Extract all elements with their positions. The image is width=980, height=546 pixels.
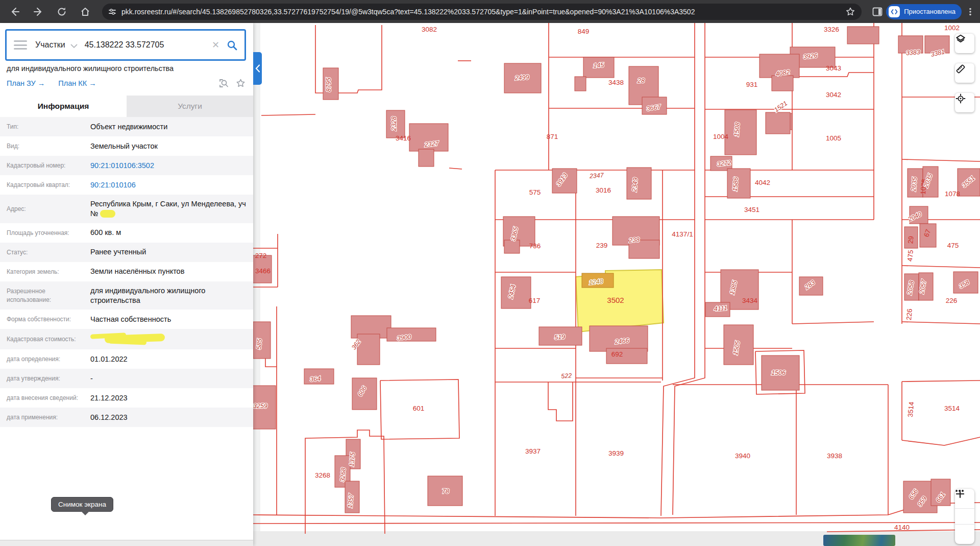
info-label: Вид:	[7, 142, 90, 150]
parcel-label[interactable]: 3937	[525, 447, 541, 455]
parcel-label[interactable]: 3514	[906, 401, 916, 418]
search-category-select[interactable]: Участки	[35, 40, 65, 50]
parcel-label[interactable]: 226	[905, 308, 914, 321]
info-row: Кадастровая стоимость:	[0, 329, 253, 349]
parcel-label[interactable]: 3938	[827, 452, 842, 460]
measure-ruler-button[interactable]	[955, 63, 974, 83]
info-label: дата определения:	[7, 355, 90, 363]
parcel-label[interactable]: 3042	[826, 91, 841, 99]
parcel-label[interactable]: 692	[611, 350, 623, 358]
parcel-label[interactable]: 601	[413, 405, 425, 412]
building-footprint	[772, 76, 793, 91]
parcel-label[interactable]: 226	[946, 297, 958, 304]
parcel-label[interactable]: 931	[746, 81, 758, 88]
clear-search-icon[interactable]: ✕	[212, 39, 219, 51]
parcel-label[interactable]: 575	[529, 188, 541, 196]
screenshot-root: { "browser": { "url": "pkk.rosreestr.ru/…	[0, 0, 980, 546]
parcel-label[interactable]: 3043	[826, 64, 841, 72]
parcel-boundary	[253, 503, 980, 518]
parcel-label[interactable]: 871	[547, 133, 558, 140]
parcel-label[interactable]: 1005	[826, 134, 841, 142]
reload-icon[interactable]	[53, 3, 70, 20]
info-row: Тип:Объект недвижимости	[0, 117, 253, 136]
info-value: Объект недвижимости	[90, 122, 246, 132]
parcel-label[interactable]: 3451	[744, 206, 760, 213]
side-panel-icon[interactable]	[872, 6, 883, 17]
my-location-button[interactable]	[955, 93, 974, 112]
parcel-label[interactable]: 736	[529, 242, 541, 250]
url-bar[interactable]: pkk.rosreestr.ru/#/search/45.13826985278…	[102, 4, 862, 20]
building-label: 3926	[803, 52, 818, 61]
panel-collapse-button[interactable]	[253, 52, 262, 85]
tab-services[interactable]: Услуги	[127, 96, 253, 117]
parcel-label[interactable]: 3268	[315, 471, 330, 479]
favorite-star-icon[interactable]	[235, 78, 246, 88]
info-value-link[interactable]: 90:21:010106:3502	[90, 161, 246, 171]
plan-kk-link[interactable]: План КК →	[58, 79, 96, 87]
info-row: Площадь уточненная:600 кв. м	[0, 223, 253, 243]
parcel-label[interactable]: 3466	[255, 267, 271, 275]
info-row: Форма собственности:Частная собственност…	[0, 310, 253, 329]
parcel-label[interactable]: 1004	[713, 133, 729, 140]
building-footprint	[766, 112, 790, 134]
parcel-label[interactable]: 3939	[608, 449, 624, 457]
info-label: Разрешенное использование:	[7, 287, 90, 303]
parcel-boundary	[902, 159, 980, 161]
tab-information[interactable]: Информация	[0, 96, 127, 117]
doc-search-icon[interactable]	[218, 78, 229, 88]
parcel-label[interactable]: 3326	[824, 26, 839, 33]
info-row: Разрешенное использование:для индивидуал…	[0, 281, 253, 310]
chevron-down-icon[interactable]	[70, 44, 78, 49]
selected-parcel-label[interactable]: 3502	[607, 296, 624, 304]
parcel-label[interactable]: 475	[906, 250, 915, 262]
info-value: Земли населённых пунктов	[90, 267, 246, 276]
parcel-label[interactable]: 3416	[396, 134, 411, 142]
info-label: дата применения:	[7, 413, 90, 421]
extension-suspended-badge[interactable]: Приостановлена	[886, 4, 962, 19]
site-info-icon[interactable]	[108, 8, 116, 16]
bookmark-star-icon[interactable]	[845, 7, 855, 17]
parcel-boundary	[449, 168, 462, 169]
panel-tabs: Информация Услуги	[0, 96, 253, 117]
map-canvas[interactable]: 3082849332610023383338124998795145343828…	[253, 23, 980, 546]
building-label: 145	[593, 61, 604, 69]
parcel-label[interactable]: 1078	[945, 190, 960, 198]
info-label: Кадастровый номер:	[7, 161, 90, 170]
home-icon[interactable]	[77, 3, 94, 20]
plan-zu-link[interactable]: План ЗУ →	[7, 79, 45, 87]
parcel-label[interactable]: 3514	[944, 405, 960, 412]
zoom-out-button[interactable]	[955, 524, 974, 544]
menu-icon[interactable]	[14, 40, 27, 50]
info-value: Земельный участок	[90, 141, 246, 151]
layers-button[interactable]	[955, 34, 974, 53]
parcel-label[interactable]: 4042	[755, 179, 770, 186]
basemap-preview[interactable]	[823, 535, 895, 546]
search-input[interactable]: 45.138222 33.572705	[85, 40, 205, 50]
parcel-label[interactable]: 849	[578, 28, 590, 35]
parcel-label[interactable]: 3434	[742, 297, 758, 304]
parcel-label[interactable]: 3438	[608, 79, 624, 86]
parcel-label[interactable]: 3940	[735, 452, 750, 460]
info-value-link[interactable]: 90:21:010106	[90, 180, 246, 190]
parcel-label[interactable]: 272	[255, 252, 267, 259]
map-edge-strip	[253, 23, 260, 546]
back-icon[interactable]	[6, 3, 23, 20]
browser-menu-icon[interactable]	[966, 7, 975, 16]
parcel-label[interactable]: 3082	[422, 26, 437, 33]
search-bar[interactable]: Участки 45.138222 33.572705 ✕	[5, 29, 246, 61]
road-label: 4140	[894, 524, 910, 531]
parcel-label[interactable]: 29	[906, 235, 915, 244]
parcel-label[interactable]: 475	[947, 242, 959, 249]
forward-icon[interactable]	[30, 3, 47, 20]
cadastral-map[interactable]: 3082849332610023383338124998795145343828…	[253, 23, 980, 546]
parcel-boundary	[261, 114, 315, 115]
zoom-more-button[interactable]	[955, 508, 974, 524]
redaction-scribble	[90, 334, 167, 345]
building-label: 28	[637, 77, 645, 84]
parcel-label[interactable]: 1002	[944, 24, 960, 32]
parcel-label[interactable]: 3016	[596, 186, 611, 194]
building-label: 522	[561, 372, 572, 379]
parcel-label[interactable]: 617	[529, 297, 541, 304]
search-icon[interactable]	[227, 40, 237, 51]
parcel-label[interactable]: 239	[596, 242, 608, 249]
